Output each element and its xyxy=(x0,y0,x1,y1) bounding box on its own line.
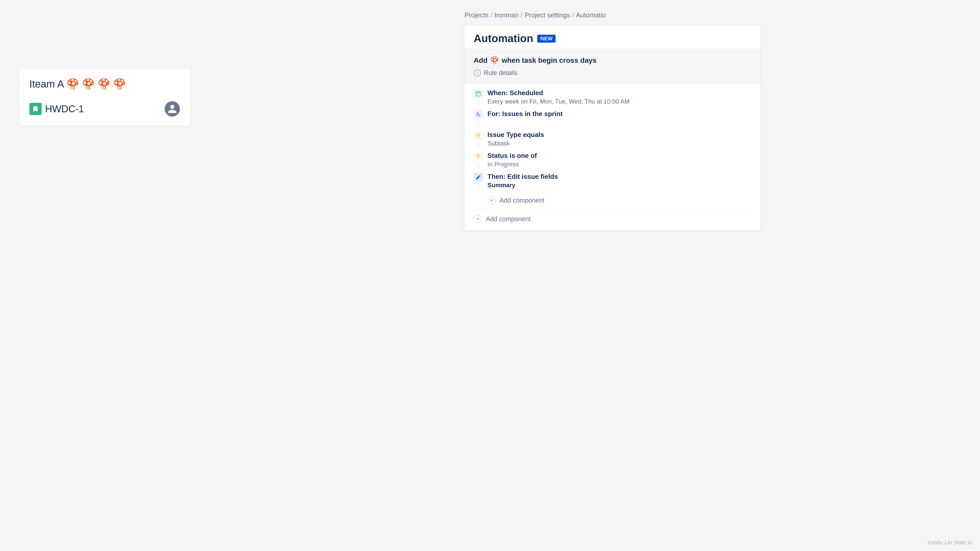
for-title: For: Issues in the sprint xyxy=(487,110,751,118)
component-for[interactable]: For: Issues in the sprint xyxy=(474,110,751,127)
connector-for xyxy=(474,110,483,127)
team-card: Iteam A 🍄 🍄 🍄 🍄 HWDC-1 xyxy=(19,69,190,126)
line-3 xyxy=(478,141,479,147)
line-4 xyxy=(478,162,479,168)
calendar-icon xyxy=(476,91,481,97)
condition1-icon xyxy=(474,131,483,140)
connector-cond1 xyxy=(474,131,483,148)
rule-title-prefix: Add xyxy=(474,56,487,65)
breadcrumb-sep-3: / xyxy=(572,11,574,19)
rule-title-suffix: when task begin cross days xyxy=(501,56,597,65)
left-card-area: Iteam A 🍄 🍄 🍄 🍄 HWDC-1 xyxy=(19,69,190,126)
rule-details-label: Rule details xyxy=(484,69,517,76)
info-icon: i xyxy=(474,69,481,76)
bookmark-icon xyxy=(29,103,41,115)
when-subtitle: Every week on Fri, Mon, Tue, Wed, Thu at… xyxy=(487,98,751,105)
cond1-subtitle: Subtask xyxy=(487,140,751,147)
avatar xyxy=(165,101,180,117)
card-item-label: HWDC-1 xyxy=(45,103,84,114)
add-component-outer[interactable]: Add component xyxy=(474,212,751,225)
component-when[interactable]: When: Scheduled Every week on Fri, Mon, … xyxy=(474,89,751,106)
breadcrumb-sep-2: / xyxy=(521,11,523,19)
action-subtitle: Summary xyxy=(487,182,751,189)
add-component-inner[interactable]: Add component xyxy=(474,194,751,207)
bookmark-svg xyxy=(32,105,39,113)
panel-title: Automation xyxy=(474,32,533,44)
filter-icon xyxy=(476,133,481,138)
svg-rect-0 xyxy=(476,92,480,96)
plus-icon-outer xyxy=(476,217,480,221)
breadcrumb-ironman[interactable]: Ironman xyxy=(494,11,519,19)
watermark: Yunhu Lin (Inter.io xyxy=(927,539,972,546)
for-content: For: Issues in the sprint xyxy=(487,110,751,119)
action-icon xyxy=(474,173,483,182)
components-list: When: Scheduled Every week on Fri, Mon, … xyxy=(465,84,760,230)
edit-icon xyxy=(476,175,481,180)
connector-when xyxy=(474,89,483,106)
automation-panel: Automation NEW Add 🍄 when task begin cro… xyxy=(465,25,760,230)
component-condition1[interactable]: Issue Type equals Subtask xyxy=(474,131,751,148)
line-1 xyxy=(478,99,479,105)
add-component-outer-label: Add component xyxy=(486,215,531,223)
panel-header: Automation NEW xyxy=(465,25,760,49)
svg-point-4 xyxy=(477,113,479,114)
rule-section: Add 🍄 when task begin cross days i Rule … xyxy=(465,49,760,84)
line-2 xyxy=(478,120,479,126)
new-badge: NEW xyxy=(537,35,555,43)
cond2-content: Status is one of In Progress xyxy=(487,152,751,168)
right-panel: Projects / Ironman / Project settings / … xyxy=(465,11,760,230)
card-item: HWDC-1 xyxy=(29,101,180,117)
card-item-left: HWDC-1 xyxy=(29,103,84,115)
people-icon xyxy=(476,112,481,118)
breadcrumb-automation[interactable]: Automatio xyxy=(576,11,606,19)
add-icon-circle-outer xyxy=(474,215,482,223)
connector-action xyxy=(474,173,483,190)
when-title: When: Scheduled xyxy=(487,89,751,97)
breadcrumb-sep-1: / xyxy=(490,11,492,19)
condition2-icon xyxy=(474,152,483,161)
avatar-icon xyxy=(167,104,177,114)
rule-details-row[interactable]: i Rule details xyxy=(474,69,751,76)
action-title: Then: Edit issue fields xyxy=(487,173,751,181)
for-icon xyxy=(474,110,483,119)
component-action[interactable]: Then: Edit issue fields Summary xyxy=(474,173,751,190)
add-icon-circle-inner xyxy=(487,196,496,204)
component-condition2[interactable]: Status is one of In Progress xyxy=(474,152,751,169)
rule-title-emoji: 🍄 xyxy=(490,56,499,65)
rule-title: Add 🍄 when task begin cross days xyxy=(474,56,751,65)
connector-cond2 xyxy=(474,152,483,169)
filter2-icon xyxy=(476,154,481,159)
card-title: Iteam A 🍄 🍄 🍄 🍄 xyxy=(29,78,180,90)
when-content: When: Scheduled Every week on Fri, Mon, … xyxy=(487,89,751,105)
plus-icon-inner xyxy=(490,198,493,202)
cond1-title: Issue Type equals xyxy=(487,131,751,139)
cond1-content: Issue Type equals Subtask xyxy=(487,131,751,147)
action-content: Then: Edit issue fields Summary xyxy=(487,173,751,189)
line-5 xyxy=(478,183,479,189)
when-icon xyxy=(474,89,483,98)
breadcrumb-projects[interactable]: Projects xyxy=(465,11,488,19)
breadcrumb-project-settings[interactable]: Project settings xyxy=(525,11,570,19)
cond2-subtitle: In Progress xyxy=(487,161,751,168)
cond2-title: Status is one of xyxy=(487,152,751,160)
breadcrumb: Projects / Ironman / Project settings / … xyxy=(465,11,760,19)
add-component-inner-label: Add component xyxy=(500,197,544,204)
